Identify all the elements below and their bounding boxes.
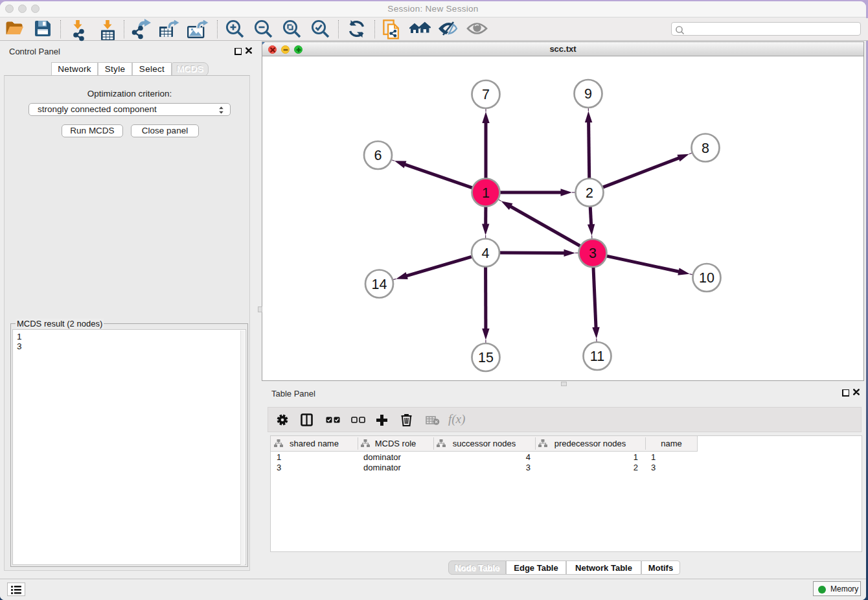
svg-text:1: 1 (482, 185, 490, 201)
svg-text:8: 8 (702, 141, 709, 156)
svg-text:15: 15 (478, 350, 494, 365)
svg-text:14: 14 (372, 277, 387, 292)
svg-text:6: 6 (374, 148, 382, 163)
svg-text:4: 4 (482, 246, 490, 261)
svg-text:9: 9 (584, 86, 592, 102)
svg-text:3: 3 (589, 246, 597, 261)
svg-text:11: 11 (590, 349, 604, 364)
svg-text:2: 2 (586, 185, 593, 201)
svg-text:7: 7 (482, 87, 490, 102)
svg-text:10: 10 (699, 270, 714, 286)
